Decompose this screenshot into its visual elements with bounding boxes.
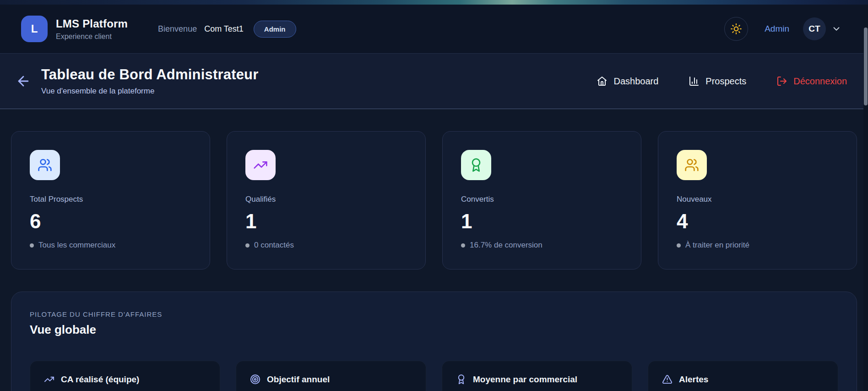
stat-card-total-prospects: Total Prospects 6 Tous les commerciaux <box>11 131 210 270</box>
bullet-dot <box>677 243 681 248</box>
back-button[interactable] <box>16 73 31 89</box>
sun-icon <box>730 23 742 35</box>
stat-note: 0 contactés <box>245 241 407 250</box>
users-icon <box>30 150 60 180</box>
logout-label: Déconnexion <box>793 76 847 87</box>
panel-title: Moyenne par commercial <box>473 374 577 385</box>
welcome-block: Bienvenue Com Test1 Admin <box>158 21 296 38</box>
panel-title: Alertes <box>679 374 708 385</box>
trending-up-icon <box>44 374 54 385</box>
arrow-left-icon <box>16 73 31 89</box>
stat-note-text: À traiter en priorité <box>685 241 749 250</box>
stat-note: Tous les commerciaux <box>30 241 191 250</box>
user-avatar[interactable]: CT <box>803 17 826 40</box>
app-logo: L <box>21 16 48 42</box>
panel-title: Objectif annuel <box>267 374 330 385</box>
stat-note: À traiter en priorité <box>677 241 838 250</box>
vertical-scrollbar[interactable] <box>863 5 868 391</box>
trending-up-icon <box>245 150 276 180</box>
nav-dashboard[interactable]: Dashboard <box>597 76 658 87</box>
role-label: Admin <box>765 24 789 34</box>
bar-chart-icon <box>689 76 700 87</box>
app-identity: LMS Platform Experience client <box>56 17 128 41</box>
welcome-label: Bienvenue <box>158 24 197 34</box>
stat-label: Qualifiés <box>245 195 407 204</box>
stat-label: Convertis <box>461 195 623 204</box>
page-header: Tableau de Bord Administrateur Vue d'ens… <box>0 54 868 109</box>
chevron-down-icon[interactable] <box>831 24 841 34</box>
section-title: Vue globale <box>30 323 838 337</box>
theme-toggle-button[interactable] <box>724 17 748 41</box>
header-nav: Dashboard Prospects Déconnexion <box>597 76 847 87</box>
award-icon <box>461 150 491 180</box>
scrollbar-thumb[interactable] <box>864 28 868 105</box>
stats-row: Total Prospects 6 Tous les commerciaux Q… <box>11 131 857 270</box>
app-name: LMS Platform <box>56 17 128 30</box>
stat-value: 1 <box>245 211 407 231</box>
panel-head: CA réalisé (équipe) <box>44 374 206 385</box>
nav-prospects-label: Prospects <box>705 76 746 87</box>
bullet-dot <box>461 243 465 248</box>
stat-note-text: 0 contactés <box>254 241 294 250</box>
revenue-section: PILOTAGE DU CHIFFRE D'AFFAIRES Vue globa… <box>11 292 857 391</box>
panel-ca-realise: CA réalisé (équipe) <box>30 361 220 391</box>
stat-label: Total Prospects <box>30 195 191 204</box>
role-badge: Admin <box>254 21 296 38</box>
nav-prospects[interactable]: Prospects <box>689 76 746 87</box>
nav-dashboard-label: Dashboard <box>613 76 658 87</box>
stat-card-qualifies: Qualifiés 1 0 contactés <box>227 131 426 270</box>
page-title: Tableau de Bord Administrateur <box>41 66 259 83</box>
stat-value: 6 <box>30 211 191 231</box>
section-eyebrow: PILOTAGE DU CHIFFRE D'AFFAIRES <box>30 310 838 318</box>
users-icon <box>677 150 707 180</box>
stat-note: 16.7% de conversion <box>461 241 623 250</box>
panel-head: Objectif annuel <box>250 374 412 385</box>
decorative-gradient-strip <box>0 0 868 5</box>
panel-head: Alertes <box>662 374 824 385</box>
revenue-panels-row: CA réalisé (équipe) Objectif annuel <box>30 361 838 391</box>
stat-card-nouveaux: Nouveaux 4 À traiter en priorité <box>658 131 857 270</box>
award-icon <box>456 374 467 385</box>
bullet-dot <box>30 243 34 248</box>
house-icon <box>597 76 608 87</box>
page-header-text: Tableau de Bord Administrateur Vue d'ens… <box>41 66 259 96</box>
stat-note-text: 16.7% de conversion <box>470 241 542 250</box>
topbar-right: Admin CT <box>724 17 841 41</box>
stat-note-text: Tous les commerciaux <box>38 241 115 250</box>
alert-triangle-icon <box>662 374 673 385</box>
logout-button[interactable]: Déconnexion <box>776 76 847 87</box>
bullet-dot <box>245 243 250 248</box>
page-subtitle: Vue d'ensemble de la plateforme <box>41 87 259 96</box>
topbar: L LMS Platform Experience client Bienven… <box>0 5 868 54</box>
welcome-user-name: Com Test1 <box>204 24 244 34</box>
stat-value: 1 <box>461 211 623 231</box>
stat-label: Nouveaux <box>677 195 838 204</box>
app-subtitle: Experience client <box>56 33 128 41</box>
panel-head: Moyenne par commercial <box>456 374 618 385</box>
panel-objectif-annuel: Objectif annuel <box>236 361 426 391</box>
logout-icon <box>776 76 787 87</box>
target-icon <box>250 374 260 385</box>
panel-moyenne-commercial: Moyenne par commercial <box>442 361 632 391</box>
main-content: Total Prospects 6 Tous les commerciaux Q… <box>0 109 868 391</box>
panel-title: CA réalisé (équipe) <box>61 374 139 385</box>
stat-card-convertis: Convertis 1 16.7% de conversion <box>442 131 641 270</box>
stat-value: 4 <box>677 211 838 231</box>
panel-alertes: Alertes <box>648 361 838 391</box>
